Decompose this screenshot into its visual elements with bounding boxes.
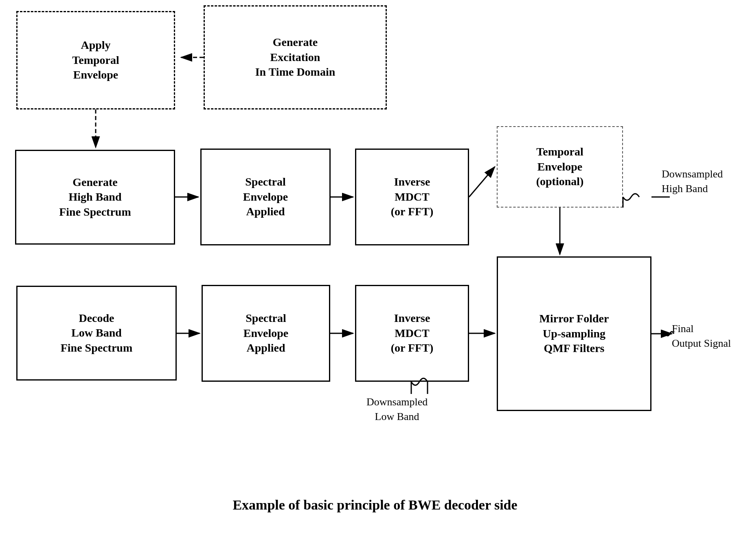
generate-excitation-box: GenerateExcitationIn Time Domain xyxy=(204,5,387,109)
inverse-mdct-low-label: InverseMDCT(or FFT) xyxy=(391,311,433,355)
generate-high-band-label: GenerateHigh BandFine Spectrum xyxy=(59,175,131,219)
final-output-label: FinalOutput Signal xyxy=(672,322,731,351)
inverse-mdct-low-box: InverseMDCT(or FFT) xyxy=(355,285,469,382)
spectral-envelope-low-label: SpectralEnvelopeApplied xyxy=(243,311,288,355)
diagram-container: ApplyTemporalEnvelope GenerateExcitation… xyxy=(0,0,750,529)
apply-temporal-envelope-box: ApplyTemporalEnvelope xyxy=(16,11,175,109)
decode-low-band-box: DecodeLow BandFine Spectrum xyxy=(16,286,177,381)
generate-high-band-box: GenerateHigh BandFine Spectrum xyxy=(15,150,175,245)
spectral-envelope-high-box: SpectralEnvelopeApplied xyxy=(200,149,331,245)
svg-line-6 xyxy=(469,167,495,197)
page-title: Example of basic principle of BWE decode… xyxy=(0,497,750,513)
generate-excitation-label: GenerateExcitationIn Time Domain xyxy=(255,35,336,79)
spectral-envelope-high-label: SpectralEnvelopeApplied xyxy=(243,175,288,219)
downsampled-low-band-label: DownsampledLow Band xyxy=(366,395,428,424)
mirror-folder-label: Mirror FolderUp-samplingQMF Filters xyxy=(539,311,609,356)
spectral-envelope-low-box: SpectralEnvelopeApplied xyxy=(202,285,330,382)
inverse-mdct-high-box: InverseMDCT(or FFT) xyxy=(355,149,469,245)
mirror-folder-box: Mirror FolderUp-samplingQMF Filters xyxy=(497,256,651,411)
temporal-envelope-optional-box: TemporalEnvelope(optional) xyxy=(497,126,623,208)
apply-temporal-label: ApplyTemporalEnvelope xyxy=(72,38,119,82)
downsampled-high-band-label: DownsampledHigh Band xyxy=(662,167,723,197)
temporal-envelope-optional-label: TemporalEnvelope(optional) xyxy=(536,144,584,189)
inverse-mdct-high-label: InverseMDCT(or FFT) xyxy=(391,175,433,219)
decode-low-band-label: DecodeLow BandFine Spectrum xyxy=(61,311,133,355)
